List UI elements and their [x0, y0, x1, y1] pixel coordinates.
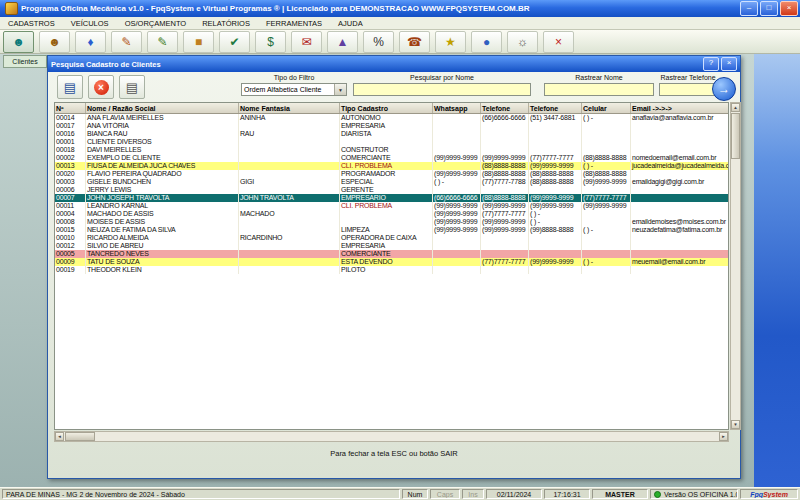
cell: (99)9999-9999 — [481, 154, 529, 162]
table-row[interactable]: 00005TANCREDO NEVESCOMERCIANTE — [55, 250, 729, 258]
column-header-7[interactable]: Celular — [582, 103, 631, 114]
contas-button[interactable]: ✉ — [291, 31, 322, 53]
cell — [582, 242, 631, 250]
column-header-4[interactable]: Whatsapp — [433, 103, 481, 114]
caixa-button[interactable]: $ — [255, 31, 286, 53]
table-row[interactable]: 00004MACHADO DE ASSISMACHADO(99)9999-999… — [55, 210, 729, 218]
horizontal-scrollbar-thumb[interactable] — [65, 432, 95, 441]
column-header-2[interactable]: Nome Fantasia — [239, 103, 340, 114]
menu-relatorios[interactable]: RELATÓRIOS — [194, 19, 258, 28]
column-header-0[interactable]: Nº — [55, 103, 86, 114]
clientes-button[interactable]: ☻ — [3, 31, 34, 53]
orcamento-button[interactable]: ✎ — [147, 31, 178, 53]
cell — [631, 250, 730, 258]
cell: 00014 — [55, 114, 86, 123]
minimize-button[interactable]: – — [740, 1, 758, 16]
track-name-input[interactable] — [544, 83, 654, 96]
backup-button[interactable]: ● — [471, 31, 502, 53]
vertical-scrollbar-thumb[interactable] — [731, 113, 740, 159]
table-row[interactable]: 00007JOHN JOSEPH TRAVOLTAJOHN TRAVOLTAEM… — [55, 194, 729, 202]
cell: (99)8888-8888 — [529, 226, 582, 234]
dialog-close-button[interactable]: × — [721, 57, 737, 71]
servicos-button[interactable]: ✔ — [219, 31, 250, 53]
table-row[interactable]: 00002EXEMPLO DE CLIENTECOMERCIANTE(99)99… — [55, 154, 729, 162]
dialog-help-button[interactable]: ? — [703, 57, 719, 71]
table-row[interactable]: 00018DAVI MEIRELLESCONSTRUTOR — [55, 146, 729, 154]
cell — [481, 138, 529, 146]
cell: jucadealmeida@jucadealmeida.com — [631, 162, 730, 170]
table-row[interactable]: 00003GISELE BUNDCHENGIGIESPECIAL( ) -(77… — [55, 178, 729, 186]
maximize-button[interactable]: □ — [760, 1, 778, 16]
table-row[interactable]: 00012SILVIO DE ABREUEMPRESARIA — [55, 242, 729, 250]
print-button[interactable]: ▤ — [57, 75, 83, 99]
search-name-label: Pesquisar por Nome — [353, 74, 531, 81]
clients-search-dialog: Pesquisa Cadastro de Clientes ? × ▤×▤ Ti… — [47, 55, 741, 479]
delete-button[interactable]: × — [88, 75, 114, 99]
column-header-1[interactable]: Nome / Razão Social — [86, 103, 239, 114]
menu-os-orcamento[interactable]: OS/ORÇAMENTO — [117, 19, 195, 28]
cell: 00019 — [55, 266, 86, 274]
search-go-button[interactable]: → — [712, 77, 736, 101]
dialog-title-bar[interactable]: Pesquisa Cadastro de Clientes ? × — [48, 56, 740, 72]
column-header-5[interactable]: Telefone — [481, 103, 529, 114]
status-insert: Ins — [462, 489, 484, 499]
menu-ajuda[interactable]: AJUDA — [330, 19, 371, 28]
close-button[interactable]: × — [780, 1, 798, 16]
table-row[interactable]: 00020FLAVIO PEREIRA QUADRADOPROGRAMADOR(… — [55, 170, 729, 178]
vertical-scrollbar[interactable]: ▲ ▼ — [730, 102, 741, 430]
status-user: MASTER — [592, 489, 648, 499]
table-row[interactable]: 00009TATU DE SOUZAESTA DEVENDO(77)7777-7… — [55, 258, 729, 266]
ordem-servico-button[interactable]: ✎ — [111, 31, 142, 53]
table-row[interactable]: 00006JERRY LEWISGERENTE — [55, 186, 729, 194]
table-row[interactable]: 00010RICARDO ALMEIDARICARDINHOOPERADORA … — [55, 234, 729, 242]
table-row[interactable]: 00017ANA VITÓRIAEMPRESARIA — [55, 122, 729, 130]
menu-bar: CADASTROSVEÍCULOSOS/ORÇAMENTORELATÓRIOSF… — [0, 17, 800, 30]
etiquetas-button[interactable]: ★ — [435, 31, 466, 53]
agenda-button[interactable]: ☎ — [399, 31, 430, 53]
calculadora-button[interactable]: % — [363, 31, 394, 53]
fornecedores-button[interactable]: ☻ — [39, 31, 70, 53]
cell: 00008 — [55, 218, 86, 226]
search-name-input[interactable] — [353, 83, 531, 96]
column-header-6[interactable]: Telefone — [529, 103, 582, 114]
table-row[interactable]: 00013FIUSA DE ALMEIDA JUCA CHAVESCLI. PR… — [55, 162, 729, 170]
scroll-right-icon[interactable]: ► — [719, 432, 728, 441]
chevron-down-icon[interactable]: ▼ — [334, 84, 346, 95]
scroll-left-icon[interactable]: ◄ — [55, 432, 64, 441]
table-row[interactable]: 00008MOISES DE ASSIS(99)9999-9999(99)999… — [55, 218, 729, 226]
scroll-up-icon[interactable]: ▲ — [731, 103, 740, 112]
menu-veiculos[interactable]: VEÍCULOS — [63, 19, 117, 28]
status-date: 02/11/2024 — [486, 489, 542, 499]
cell: (99)9999-9999 — [529, 194, 582, 202]
scroll-down-icon[interactable]: ▼ — [731, 420, 740, 429]
table-row[interactable]: 00011LEANDRO KARNALCLI. PROBLEMA(99)9999… — [55, 202, 729, 210]
sair-button[interactable]: × — [543, 31, 574, 53]
column-header-8[interactable]: Email ->->-> — [631, 103, 730, 114]
cell — [582, 138, 631, 146]
table-row[interactable]: 00014ANA FLAVIA MEIRELLESANINHAAUTONOMO(… — [55, 114, 729, 123]
table-row[interactable]: 00001CLIENTE DIVERSOS — [55, 138, 729, 146]
produtos-button[interactable]: ■ — [183, 31, 214, 53]
filter-type-select[interactable]: Ordem Alfabetica Cliente ▼ — [241, 83, 347, 96]
cell — [239, 162, 340, 170]
column-header-3[interactable]: Tipo Cadastro — [340, 103, 433, 114]
cell — [582, 218, 631, 226]
menu-ferramentas[interactable]: FERRAMENTAS — [258, 19, 330, 28]
table-row[interactable]: 00015NEUZA DE FATIMA DA SILVALIMPEZA(99)… — [55, 226, 729, 234]
cell — [631, 170, 730, 178]
menu-cadastros[interactable]: CADASTROS — [0, 19, 63, 28]
relatorios-button[interactable]: ▲ — [327, 31, 358, 53]
table-row[interactable]: 00016BIANCA RAURAUDIARISTA — [55, 130, 729, 138]
cell: CLIENTE DIVERSOS — [86, 138, 239, 146]
configuracoes-button[interactable]: ☼ — [507, 31, 538, 53]
cell — [529, 234, 582, 242]
cell — [481, 122, 529, 130]
track-phone-input[interactable] — [659, 83, 716, 96]
cell — [340, 138, 433, 146]
table-row[interactable]: 00019THEODOR KLEINPILOTO — [55, 266, 729, 274]
print-list-button[interactable]: ▤ — [119, 75, 145, 99]
horizontal-scrollbar[interactable]: ◄ ► — [54, 431, 729, 442]
veiculos-button[interactable]: ♦ — [75, 31, 106, 53]
cell — [433, 186, 481, 194]
cell: (99)9999-9999 — [433, 226, 481, 234]
